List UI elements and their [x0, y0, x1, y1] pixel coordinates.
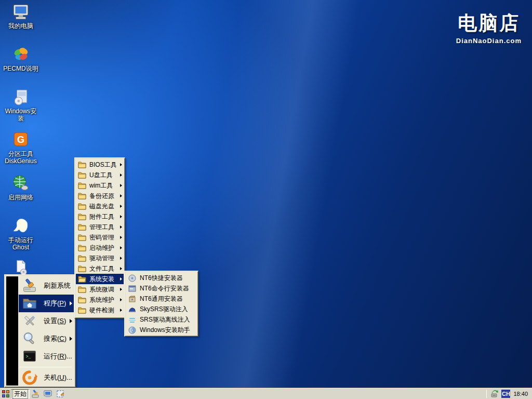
programs-item-hardware-detect[interactable]: 硬件检测	[76, 305, 124, 315]
input-language-indicator[interactable]: CH	[501, 390, 510, 398]
desktop-icon-diskgenius[interactable]: G 分区工具 DiskGenius	[2, 131, 39, 165]
windows-install-assistant-icon	[128, 326, 136, 334]
start-menu-item-programs[interactable]: 程序(P)	[19, 295, 74, 312]
start-grid-icon[interactable]	[2, 390, 9, 397]
brand-logo-title: 电脑店	[456, 10, 522, 36]
folder-icon	[78, 182, 86, 189]
programs-item-wim-tools[interactable]: wim工具	[76, 180, 124, 191]
start-menu-item-settings[interactable]: 设置(S)	[19, 312, 74, 330]
desktop-icon-label: 分区工具	[2, 150, 39, 157]
programs-item-backup-restore[interactable]: 备份还原	[76, 191, 124, 201]
start-menu: 刷新系统 程序(P) 设置(S) 搜索(C) >_	[4, 274, 76, 388]
start-menu-item-label: 运行(R)...	[44, 352, 72, 361]
nt6-quick-installer-icon	[128, 274, 136, 282]
network-globe-icon	[12, 175, 30, 192]
programs-item-file-tools[interactable]: 文件工具	[76, 263, 124, 274]
programs-item-system-install[interactable]: 系统安装	[76, 274, 124, 284]
start-menu-item-label: 刷新系统	[44, 281, 71, 290]
programs-item-admin-tools[interactable]: 管理工具	[76, 222, 124, 232]
start-menu-item-run[interactable]: >_ 运行(R)...	[19, 348, 74, 365]
shutdown-icon	[22, 370, 37, 385]
system-tray: CH 18:40	[486, 388, 530, 399]
tray-clock[interactable]: 18:40	[513, 391, 530, 397]
install-item-nt6-cmdline[interactable]: NT6命令行安装器	[126, 283, 197, 294]
submenu-arrow-icon	[120, 277, 122, 281]
submenu-arrow-icon	[70, 301, 72, 305]
nt6-universal-installer-icon	[128, 295, 136, 303]
safely-remove-hardware-icon[interactable]	[490, 390, 498, 398]
desktop-icon-label: 我的电脑	[2, 22, 39, 30]
programs-item-system-maintenance[interactable]: 系统维护	[76, 295, 124, 305]
submenu-arrow-icon	[120, 205, 122, 208]
install-item-windows-assistant[interactable]: Windows安装助手	[126, 325, 197, 335]
start-menu-sidebar-band	[6, 276, 18, 385]
quicklaunch-capture-icon[interactable]	[56, 390, 64, 398]
start-button-label: 开始	[13, 390, 28, 398]
desktop-icon-enable-network[interactable]: 启用网络	[2, 175, 39, 201]
submenu-arrow-icon	[120, 257, 122, 260]
desktop-icon-label: 启用网络	[2, 194, 39, 201]
programs-item-disk-cd[interactable]: 磁盘光盘	[76, 201, 124, 211]
submenu-arrow-icon	[120, 288, 122, 291]
start-menu-item-search[interactable]: 搜索(C)	[19, 330, 74, 348]
install-item-skysrs-inject[interactable]: SkySRS驱动注入	[126, 304, 197, 314]
submenu-arrow-icon	[120, 184, 122, 187]
install-item-nt6-universal[interactable]: NT6通用安装器	[126, 294, 197, 304]
programs-item-bios-tools[interactable]: BIOS工具	[76, 159, 124, 170]
desktop-icon-label: PECMD说明	[2, 65, 39, 72]
submenu-arrow-icon	[120, 246, 122, 249]
tray-divider	[486, 390, 487, 398]
install-item-nt6-quick[interactable]: NT6快捷安装器	[126, 273, 197, 283]
submenu-arrow-icon	[70, 319, 72, 323]
desktop-icon-windows-install[interactable]: Windows安装	[2, 88, 39, 122]
programs-folder-icon	[22, 296, 37, 311]
submenu-arrow-icon	[70, 337, 72, 341]
quicklaunch-display-icon[interactable]	[44, 390, 52, 398]
folder-icon	[78, 213, 86, 220]
submenu-arrow-icon	[120, 174, 122, 177]
folder-icon	[78, 192, 86, 200]
programs-item-system-tweak[interactable]: 系统微调	[76, 284, 124, 295]
programs-item-accessory-tools[interactable]: 附件工具	[76, 211, 124, 222]
start-menu-item-label: 关机(U)...	[44, 373, 72, 382]
search-icon	[22, 331, 37, 347]
quicklaunch-refresh-icon[interactable]	[31, 390, 39, 398]
start-menu-item-refresh-system[interactable]: 刷新系统	[19, 277, 74, 295]
svg-text:>_: >_	[26, 354, 32, 360]
folder-icon	[78, 255, 86, 262]
brand-logo: 电脑店 DianNaoDian.com	[456, 10, 522, 45]
start-menu-item-label: 程序(P)	[44, 299, 66, 308]
refresh-system-icon	[22, 278, 37, 294]
desktop-icon-label2: Ghost	[2, 244, 39, 251]
pecmd-butterfly-icon	[12, 46, 30, 63]
svg-text:G: G	[17, 135, 24, 145]
programs-submenu: BIOS工具 U盘工具 wim工具 备份还原 磁盘光盘 附件工具 管理工具 密码…	[74, 157, 125, 318]
programs-item-usb-tools[interactable]: U盘工具	[76, 170, 124, 180]
taskbar: 开始 CH 18:40	[0, 388, 532, 399]
programs-item-password-tools[interactable]: 密码管理	[76, 232, 124, 243]
submenu-arrow-icon	[120, 194, 122, 197]
submenu-arrow-icon	[120, 298, 122, 301]
system-install-submenu: NT6快捷安装器 NT6命令行安装器 NT6通用安装器 SkySRS驱动注入 S…	[124, 271, 198, 337]
run-terminal-icon: >_	[22, 349, 37, 364]
document-disc-icon	[12, 259, 30, 276]
start-menu-item-shutdown[interactable]: 关机(U)...	[19, 369, 74, 387]
desktop-icon-pecmd-readme[interactable]: PECMD说明	[2, 46, 39, 72]
diskgenius-icon: G	[12, 131, 30, 149]
install-item-srs-offline[interactable]: SRS驱动离线注入	[126, 314, 197, 325]
submenu-arrow-icon	[120, 309, 122, 312]
desktop-icon-label2: DiskGenius	[2, 157, 39, 165]
ghost-icon	[12, 217, 30, 235]
desktop-icon-my-computer[interactable]: 我的电脑	[2, 3, 39, 30]
my-computer-icon	[12, 3, 30, 21]
desktop-icon-manual-ghost[interactable]: 手动运行 Ghost	[2, 217, 39, 251]
folder-open-icon	[78, 275, 86, 283]
programs-item-driver-tools[interactable]: 驱动管理	[76, 253, 124, 263]
start-menu-item-label: 设置(S)	[44, 316, 66, 326]
desktop-icon-label: Windows安装	[2, 108, 39, 122]
folder-icon	[78, 171, 86, 179]
folder-icon	[78, 307, 86, 314]
start-button[interactable]: 开始	[11, 389, 30, 398]
programs-item-boot-maintenance[interactable]: 启动维护	[76, 243, 124, 253]
folder-icon	[78, 234, 86, 241]
